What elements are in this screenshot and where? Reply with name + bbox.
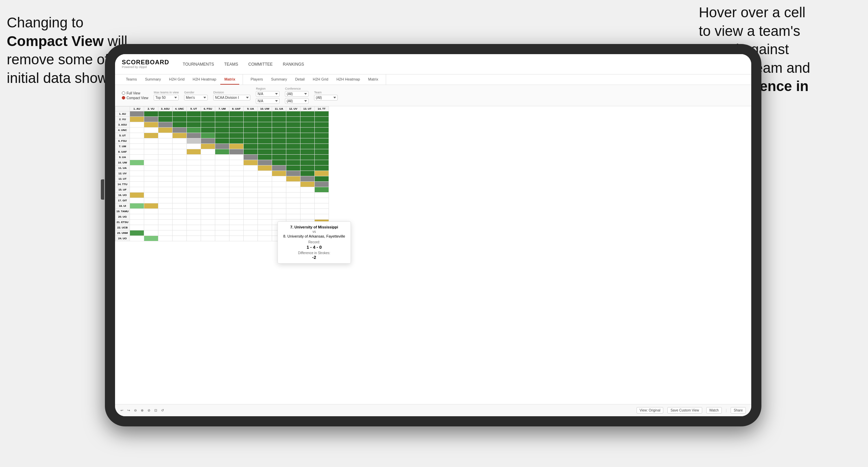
matrix-cell[interactable] [158, 117, 172, 122]
matrix-cell[interactable] [243, 203, 258, 209]
matrix-cell[interactable] [215, 236, 229, 241]
matrix-cell[interactable] [201, 230, 215, 236]
matrix-cell[interactable] [172, 111, 186, 117]
matrix-cell[interactable] [158, 128, 172, 133]
matrix-cell[interactable] [300, 111, 314, 117]
matrix-cell[interactable] [229, 220, 243, 225]
matrix-cell[interactable] [130, 220, 144, 225]
zoom-out-icon[interactable]: ⊖ [134, 408, 137, 412]
matrix-cell[interactable] [144, 144, 158, 149]
matrix-cell[interactable] [272, 214, 286, 220]
matrix-cell[interactable] [300, 209, 314, 214]
matrix-cell[interactable] [258, 138, 272, 144]
matrix-cell[interactable] [286, 182, 300, 187]
matrix-cell[interactable] [243, 220, 258, 225]
matrix-cell[interactable] [172, 236, 186, 241]
gender-select[interactable]: Men's [184, 95, 208, 101]
matrix-cell[interactable] [215, 117, 229, 122]
matrix-cell[interactable] [300, 193, 314, 198]
matrix-cell[interactable] [186, 176, 201, 182]
matrix-cell[interactable] [130, 187, 144, 193]
matrix-cell[interactable] [144, 230, 158, 236]
matrix-cell[interactable] [215, 122, 229, 128]
matrix-cell[interactable] [300, 128, 314, 133]
matrix-cell[interactable] [314, 128, 329, 133]
matrix-cell[interactable] [158, 133, 172, 138]
matrix-cell[interactable] [286, 165, 300, 171]
matrix-cell[interactable] [258, 182, 272, 187]
matrix-cell[interactable] [130, 203, 144, 209]
matrix-cell[interactable] [272, 198, 286, 203]
matrix-cell[interactable] [314, 160, 329, 165]
matrix-cell[interactable] [229, 144, 243, 149]
matrix-cell[interactable] [243, 225, 258, 230]
matrix-cell[interactable] [300, 198, 314, 203]
matrix-cell[interactable] [258, 122, 272, 128]
matrix-cell[interactable] [243, 230, 258, 236]
matrix-cell[interactable] [229, 209, 243, 214]
matrix-cell[interactable] [229, 111, 243, 117]
matrix-cell[interactable] [314, 111, 329, 117]
compact-view-radio[interactable] [122, 96, 125, 99]
matrix-cell[interactable] [286, 111, 300, 117]
matrix-cell[interactable] [243, 128, 258, 133]
matrix-cell[interactable] [286, 144, 300, 149]
matrix-cell[interactable] [144, 203, 158, 209]
matrix-cell[interactable] [158, 138, 172, 144]
full-view-option[interactable]: Full View [122, 91, 148, 95]
watch-button[interactable]: Watch [706, 407, 722, 414]
matrix-cell[interactable] [258, 236, 272, 241]
matrix-cell[interactable] [314, 165, 329, 171]
matrix-cell[interactable] [158, 225, 172, 230]
matrix-cell[interactable] [272, 117, 286, 122]
matrix-cell[interactable] [186, 155, 201, 160]
matrix-cell[interactable] [229, 160, 243, 165]
matrix-cell[interactable] [130, 111, 144, 117]
matrix-cell[interactable] [172, 149, 186, 155]
matrix-cell[interactable] [258, 165, 272, 171]
matrix-cell[interactable] [130, 117, 144, 122]
matrix-cell[interactable] [286, 214, 300, 220]
matrix-cell[interactable] [186, 187, 201, 193]
tab-summary-right[interactable]: Summary [267, 74, 291, 85]
matrix-cell[interactable] [258, 198, 272, 203]
matrix-cell[interactable] [130, 176, 144, 182]
matrix-cell[interactable] [314, 198, 329, 203]
matrix-cell[interactable] [272, 193, 286, 198]
matrix-cell[interactable] [258, 176, 272, 182]
matrix-cell[interactable] [243, 176, 258, 182]
matrix-cell[interactable] [258, 117, 272, 122]
matrix-cell[interactable] [258, 214, 272, 220]
matrix-cell[interactable] [286, 171, 300, 176]
matrix-cell[interactable] [144, 111, 158, 117]
matrix-cell[interactable] [201, 198, 215, 203]
region-select[interactable]: N/A [256, 91, 280, 97]
matrix-cell[interactable] [243, 165, 258, 171]
matrix-cell[interactable] [286, 193, 300, 198]
matrix-cell[interactable] [172, 182, 186, 187]
matrix-cell[interactable] [130, 155, 144, 160]
matrix-cell[interactable] [243, 138, 258, 144]
matrix-cell[interactable] [229, 236, 243, 241]
matrix-cell[interactable] [229, 117, 243, 122]
matrix-cell[interactable] [158, 214, 172, 220]
matrix-cell[interactable] [272, 171, 286, 176]
matrix-cell[interactable] [300, 171, 314, 176]
matrix-cell[interactable] [172, 193, 186, 198]
matrix-cell[interactable] [243, 149, 258, 155]
matrix-cell[interactable] [158, 236, 172, 241]
matrix-cell[interactable] [201, 138, 215, 144]
fit-icon[interactable]: ⊘ [148, 408, 150, 412]
matrix-cell[interactable] [215, 214, 229, 220]
matrix-cell[interactable] [130, 182, 144, 187]
matrix-cell[interactable] [215, 133, 229, 138]
matrix-cell[interactable] [215, 155, 229, 160]
matrix-cell[interactable] [243, 144, 258, 149]
matrix-cell[interactable] [286, 160, 300, 165]
matrix-cell[interactable] [258, 155, 272, 160]
matrix-cell[interactable] [158, 171, 172, 176]
matrix-cell[interactable] [158, 220, 172, 225]
matrix-cell[interactable] [144, 225, 158, 230]
matrix-cell[interactable] [158, 230, 172, 236]
matrix-cell[interactable] [314, 155, 329, 160]
